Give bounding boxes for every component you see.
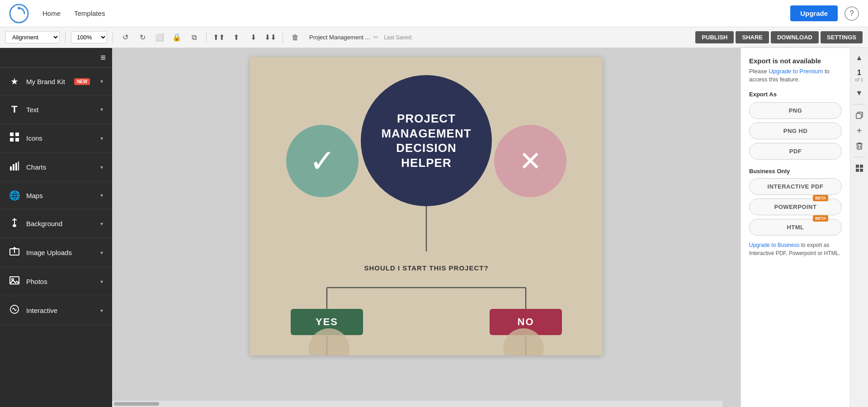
send-backward-button[interactable]: ⬇ xyxy=(246,31,260,44)
sidebar-label-interactive: Interactive xyxy=(26,307,57,314)
top-navigation: Home Templates Upgrade ? xyxy=(0,0,868,27)
hamburger-menu[interactable]: ≡ xyxy=(100,52,106,63)
sidebar-item-maps[interactable]: 🌐 Maps ▾ xyxy=(0,182,112,209)
svg-rect-28 xyxy=(860,169,863,172)
export-html-button[interactable]: HTML xyxy=(749,219,842,236)
duplicate-page-button[interactable] xyxy=(853,109,866,122)
text-icon: T xyxy=(9,104,20,115)
export-interactive-pdf-button[interactable]: INTERACTIVE PDF xyxy=(749,178,842,195)
background-icon xyxy=(9,218,20,230)
edit-icon[interactable]: ✏ xyxy=(373,34,378,41)
lock-button[interactable]: 🔒 xyxy=(170,31,184,44)
publish-button[interactable]: PUBLISH xyxy=(695,31,734,43)
app-logo[interactable] xyxy=(9,4,29,24)
last-saved: Last Saved: xyxy=(384,34,412,41)
chevron-icon-image-uploads: ▾ xyxy=(100,250,103,256)
toolbar-divider-4 xyxy=(283,32,283,43)
canvas-area[interactable]: PROJECT MANAGEMENT DECISION HELPER ✓ ✕ S… xyxy=(112,48,741,407)
send-back-button[interactable]: ⬇⬇ xyxy=(264,31,277,44)
chevron-icon-icons: ▾ xyxy=(100,135,103,142)
sidebar-item-icons[interactable]: Icons ▾ xyxy=(0,124,112,153)
delete-button[interactable]: 🗑 xyxy=(288,31,302,44)
check-circle: ✓ xyxy=(286,125,359,197)
html-beta-badge: BETA xyxy=(813,215,828,222)
export-pdf-button[interactable]: PDF xyxy=(749,143,842,160)
icons-icon xyxy=(9,132,20,144)
undo-button[interactable]: ↺ xyxy=(118,31,132,44)
chevron-icon-maps: ▾ xyxy=(100,192,103,199)
sidebar-item-image-uploads[interactable]: Image Uploads ▾ xyxy=(0,238,112,267)
delete-page-button[interactable] xyxy=(853,140,866,152)
download-button[interactable]: DOWNLOAD xyxy=(771,31,819,43)
toolbar: Alignment 100% ↺ ↻ ⬜ 🔒 ⧉ ⬆⬆ ⬆ ⬇ ⬇⬇ 🗑 Pro… xyxy=(0,27,868,48)
right-panel: ▲ 1 of 1 ▼ + xyxy=(850,48,868,407)
svg-point-10 xyxy=(13,224,16,227)
sidebar-item-photos[interactable]: Photos ▾ xyxy=(0,267,112,296)
cross-circle: ✕ xyxy=(494,125,566,197)
svg-rect-22 xyxy=(857,144,862,149)
export-title: Export is not available xyxy=(749,57,842,65)
toolbar-divider-3 xyxy=(206,32,207,43)
share-button[interactable]: SHARE xyxy=(736,31,769,43)
horizontal-scrollbar[interactable] xyxy=(112,401,722,407)
sidebar-item-my-brand-kit[interactable]: ★ My Brand Kit NEW ▾ xyxy=(0,68,112,95)
export-png-button[interactable]: PNG xyxy=(749,102,842,119)
add-page-button[interactable]: + xyxy=(853,124,866,137)
upgrade-business-link[interactable]: Upgrade to Business xyxy=(749,242,799,248)
business-only-label: Business Only xyxy=(749,168,842,175)
bring-forward-button[interactable]: ⬆ xyxy=(229,31,243,44)
powerpoint-beta-badge: BETA xyxy=(813,195,828,201)
toolbar-divider-2 xyxy=(113,32,113,43)
copy-button[interactable]: ⧉ xyxy=(187,31,201,44)
sidebar-label-photos: Photos xyxy=(26,278,47,285)
upgrade-premium-link[interactable]: Upgrade to Premium xyxy=(769,68,823,75)
chevron-icon-text: ▾ xyxy=(100,106,103,113)
alignment-select[interactable]: Alignment xyxy=(5,31,60,43)
chevron-icon-photos: ▾ xyxy=(100,279,103,285)
sidebar-item-background[interactable]: Background ▾ xyxy=(0,209,112,238)
scroll-down-button[interactable]: ▼ xyxy=(853,87,866,99)
settings-button[interactable]: SETTINGS xyxy=(821,31,863,43)
zoom-select[interactable]: 100% xyxy=(71,31,107,43)
scroll-thumb[interactable] xyxy=(114,402,159,406)
nav-templates[interactable]: Templates xyxy=(74,9,105,17)
sidebar-label-icons: Icons xyxy=(26,134,42,142)
right-divider xyxy=(853,104,866,104)
svg-rect-2 xyxy=(10,133,14,136)
frame-button[interactable]: ⬜ xyxy=(153,31,166,44)
document-title: Project Management ... xyxy=(309,34,370,41)
brand-kit-icon: ★ xyxy=(9,76,20,87)
decision-question: SHOULD I START THIS PROJECT? xyxy=(364,264,488,272)
help-button[interactable]: ? xyxy=(844,6,859,21)
right-divider-2 xyxy=(853,157,866,157)
export-powerpoint-button[interactable]: POWERPOINT xyxy=(749,199,842,215)
upgrade-button[interactable]: Upgrade xyxy=(790,5,838,21)
sidebar-item-interactive[interactable]: Interactive ▾ xyxy=(0,296,112,325)
export-as-label: Export As xyxy=(749,91,842,98)
svg-rect-12 xyxy=(10,277,19,284)
infographic-canvas[interactable]: PROJECT MANAGEMENT DECISION HELPER ✓ ✕ S… xyxy=(250,57,603,355)
main-layout: ≡ ★ My Brand Kit NEW ▾ T Text ▾ xyxy=(0,48,868,407)
chevron-icon-brand-kit: ▾ xyxy=(100,78,103,85)
svg-rect-3 xyxy=(15,133,19,136)
redo-button[interactable]: ↻ xyxy=(136,31,149,44)
powerpoint-wrapper: BETA POWERPOINT xyxy=(749,199,842,215)
export-subtitle: Please Upgrade to Premium to access this… xyxy=(749,67,842,84)
image-uploads-icon xyxy=(9,246,20,259)
chevron-icon-background: ▾ xyxy=(100,221,103,227)
action-buttons: PUBLISH SHARE DOWNLOAD SETTINGS xyxy=(695,31,863,43)
export-png-hd-button[interactable]: PNG HD xyxy=(749,123,842,139)
svg-rect-21 xyxy=(856,114,861,118)
svg-point-1 xyxy=(18,7,20,9)
export-panel: Export is not available Please Upgrade t… xyxy=(741,48,850,407)
page-of: of 1 xyxy=(855,77,863,82)
scroll-up-button[interactable]: ▲ xyxy=(853,52,866,64)
nav-home[interactable]: Home xyxy=(42,9,61,17)
sidebar-label-charts: Charts xyxy=(26,163,46,171)
svg-rect-27 xyxy=(856,169,859,172)
svg-rect-5 xyxy=(15,138,19,142)
grid-view-button[interactable] xyxy=(853,162,866,175)
sidebar-item-text[interactable]: T Text ▾ xyxy=(0,95,112,124)
bring-front-button[interactable]: ⬆⬆ xyxy=(212,31,226,44)
sidebar-item-charts[interactable]: Charts ▾ xyxy=(0,153,112,182)
